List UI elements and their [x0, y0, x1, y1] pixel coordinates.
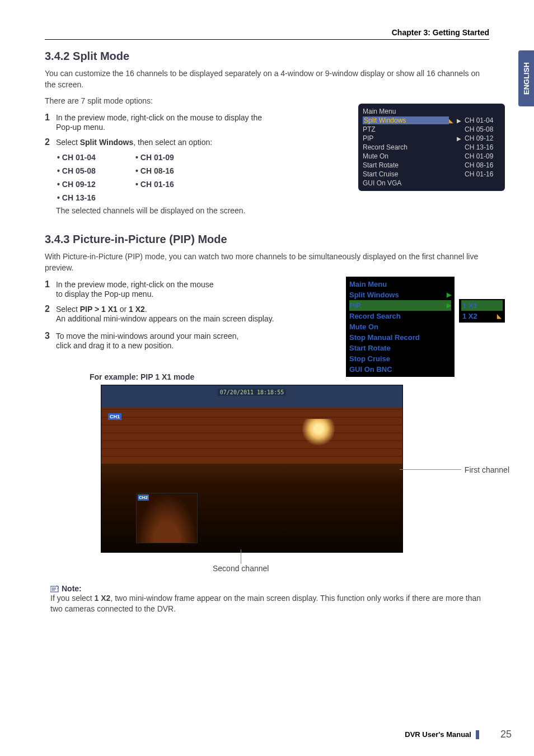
channel-2-label: CH2 [138, 494, 149, 501]
callout-first-channel: First channel [400, 465, 509, 474]
list-item: CH 05-08 [57, 166, 135, 175]
pip-caption: For example: PIP 1 X1 mode [90, 372, 489, 381]
popup-menu-screenshot-2: Main Menu Split Windows▶ PIP▶ Record Sea… [346, 277, 505, 377]
menu-item: Start Rotate [363, 161, 458, 169]
section-split-mode: 3.4.2 Split Mode You can customize the 1… [45, 50, 489, 216]
menu-item: Mute On [363, 152, 458, 160]
step-2-bold2: 1 X2 [129, 305, 145, 314]
menu-item: PIP [363, 134, 453, 142]
step-2-mid: or [118, 305, 129, 314]
list-item: CH 01-04 [57, 153, 135, 162]
menu-item: Record Search [363, 143, 458, 151]
note-text: If you select 1 X2, two mini-window fram… [50, 593, 489, 615]
note-label: Note: [62, 584, 82, 593]
step-1-text: In the preview mode, right-click on the … [56, 113, 262, 122]
menu-item-selected: PIP▶ [349, 300, 451, 311]
footer-bar [476, 730, 479, 739]
step-1: 1 In the preview mode, right-click on th… [45, 279, 280, 298]
pip-example-figure: For example: PIP 1 X1 mode 07/20/2011 18… [45, 372, 489, 553]
submenu-item: CH 09-12 [465, 134, 500, 142]
intro-text: You can customize the 16 channels to be … [45, 68, 489, 90]
note-icon [50, 585, 59, 593]
heading-split-mode: 3.4.2 Split Mode [45, 50, 489, 63]
step-number: 1 [45, 113, 54, 123]
menu-item: PTZ [363, 125, 458, 133]
step-number: 3 [45, 331, 54, 341]
step-1-text: In the preview mode, right-click on the … [56, 280, 214, 289]
step-2-bold: PIP > 1 X1 [80, 305, 118, 314]
submenu-item: CH 13-16 [465, 143, 500, 151]
list-item: CH 09-12 [57, 180, 135, 189]
pip-main-channel: 07/20/2011 18:18:55 CH1 CH2 [101, 385, 403, 553]
menu-item-selected: Split Windows [363, 116, 449, 124]
step-2-post: , then select an option: [133, 138, 212, 147]
language-tab: ENGLISH [518, 50, 534, 106]
menu-item: Main Menu [363, 108, 500, 115]
submenu-item: 1 X2◣ [461, 311, 503, 321]
note-block: Note: If you select 1 X2, two mini-windo… [50, 584, 489, 615]
note-text-b: , two mini-window frame appear on the ma… [50, 594, 481, 614]
step-2-pre: Select [56, 138, 80, 147]
channel-1-label: CH1 [108, 413, 121, 420]
step-number: 1 [45, 279, 54, 290]
page-footer: DVR User's Manual 25 [45, 729, 512, 740]
step-3-text: To move the mini-windows around your mai… [56, 332, 239, 340]
submenu-item: CH 01-16 [465, 170, 500, 178]
callout-label: Second channel [213, 564, 269, 573]
step-2-text: Select Split Windows, then select an opt… [56, 138, 212, 147]
menu-item: Start Rotate [349, 343, 451, 353]
intro-text: With Picture-in-Picture (PIP) mode, you … [45, 251, 489, 273]
menu-item: Record Search [349, 311, 451, 321]
step-2-bold: Split Windows [80, 138, 134, 147]
callout-label: First channel [465, 465, 509, 474]
chapter-header: Chapter 3: Getting Started [45, 28, 489, 40]
submenu-arrow-icon: ▶ [447, 291, 451, 298]
step-number: 2 [45, 137, 54, 147]
step-2-text: Select PIP > 1 X1 or 1 X2. [56, 305, 147, 314]
submenu-arrow-icon: ▶ [457, 136, 461, 142]
menu-item: Split Windows▶ [349, 290, 451, 300]
heading-pip-mode: 3.4.3 Picture-in-Picture (PIP) Mode [45, 233, 489, 246]
list-item: CH 01-16 [135, 180, 214, 189]
section-pip-mode: 3.4.3 Picture-in-Picture (PIP) Mode With… [45, 233, 489, 615]
page-number: 25 [500, 729, 512, 740]
menu-item: GUI On VGA [363, 179, 500, 187]
step-2-end: . [145, 305, 147, 314]
list-item: CH 08-16 [135, 166, 214, 175]
callout-second-channel: Second channel [213, 549, 269, 573]
submenu-arrow-icon: ▶ [457, 118, 461, 124]
note-text-a: If you select [50, 594, 95, 603]
submenu-item: CH 05-08 [465, 125, 500, 133]
submenu-item: CH 08-16 [465, 161, 500, 169]
menu-item: Stop Cruise [349, 353, 451, 364]
step-1-text-cont: to display the Pop-up menu. [56, 290, 280, 298]
menu-item: Mute On [349, 321, 451, 332]
note-bold: 1 X2 [95, 594, 111, 603]
menu-item: Main Menu [349, 279, 451, 290]
pip-mini-window: CH2 [136, 493, 198, 543]
lamp-icon [302, 419, 335, 452]
cursor-icon: ◣ [497, 313, 502, 319]
after-list-text: The selected channels will be displayed … [56, 206, 489, 217]
submenu-item: CH 01-09 [465, 152, 500, 160]
submenu-arrow-icon: ▶ [447, 302, 451, 309]
list-item: CH 13-16 [57, 193, 135, 202]
timestamp-overlay: 07/20/2011 18:18:55 [218, 389, 286, 396]
menu-item: Stop Manual Record [349, 332, 451, 343]
popup-menu-screenshot-1: Main Menu Split Windows◣▶CH 01-04 PTZCH … [358, 104, 505, 191]
list-item: CH 01-09 [135, 153, 214, 162]
manual-title: DVR User's Manual [405, 730, 471, 739]
menu-item: Start Cruise [363, 170, 458, 178]
cursor-icon: ◣ [449, 118, 453, 124]
step-3-text-cont: click and drag it to a new position. [56, 341, 280, 350]
step-number: 2 [45, 304, 54, 314]
step-3: 3 To move the mini-windows around your m… [45, 331, 280, 350]
step-2-pre: Select [56, 305, 80, 314]
submenu-item-selected: 1 X1 [461, 300, 503, 311]
submenu-item: CH 01-04 [465, 116, 500, 124]
